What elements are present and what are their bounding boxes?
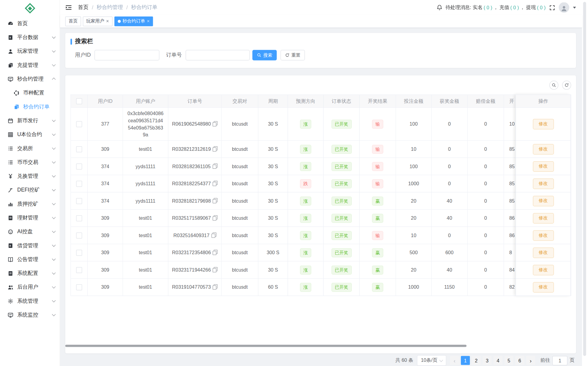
sidebar-item-exchange[interactable]: 交易所 <box>0 141 60 155</box>
tab-player-users[interactable]: 玩家用户× <box>83 16 112 26</box>
cell-direction: 涨 <box>288 108 324 141</box>
vertical-scrollbar[interactable] <box>583 2 586 356</box>
cell-user-id: 309 <box>88 244 123 262</box>
sidebar-item-wealth-mgmt[interactable]: 理财管理 <box>0 211 60 225</box>
sidebar-item-player-mgmt[interactable]: 玩家管理 <box>0 44 60 58</box>
edit-button[interactable]: 修改 <box>533 161 554 171</box>
sidebar-item-sys-config[interactable]: 系统配置 <box>0 266 60 280</box>
sidebar-item-sys-monitor[interactable]: 系统监控 <box>0 308 60 322</box>
sidebar-item-u-contract[interactable]: U本位合约 <box>0 127 60 141</box>
row-checkbox[interactable] <box>76 198 82 204</box>
direction-tag: 涨 <box>300 196 311 205</box>
tab-home[interactable]: 首页 <box>65 16 81 26</box>
sidebar-item-recharge-mgmt[interactable]: 充提管理 <box>0 58 60 72</box>
page-button-3[interactable]: 3 <box>483 356 491 365</box>
copy-icon[interactable] <box>211 233 216 238</box>
breadcrumb: 首页 / 秒合约管理 / 秒合约订单 <box>78 4 157 11</box>
bell-icon[interactable] <box>436 4 442 10</box>
row-checkbox[interactable] <box>76 250 82 256</box>
sidebar-item-home[interactable]: 首页 <box>0 16 60 30</box>
copy-icon[interactable] <box>213 267 218 272</box>
sidebar-item-sec-contract-mgmt[interactable]: 秒合约管理 <box>0 72 60 86</box>
action-column-header: 操作 <box>516 94 570 108</box>
refresh-table-button[interactable] <box>562 81 571 90</box>
goto-page-input[interactable] <box>552 356 567 365</box>
copy-icon[interactable] <box>213 198 218 204</box>
edit-button[interactable]: 修改 <box>533 196 554 206</box>
sidebar-item-announcement-mgmt[interactable]: 公告管理 <box>0 252 60 266</box>
sidebar-item-staking-mining[interactable]: 质押挖矿 <box>0 197 60 211</box>
sidebar-item-platform-data[interactable]: 平台数据 <box>0 30 60 44</box>
sidebar-item-new-coin[interactable]: 新币发行 <box>0 114 60 127</box>
close-icon[interactable]: × <box>106 19 109 24</box>
page-size-select[interactable]: 10条/页 <box>417 355 446 366</box>
fullscreen-icon[interactable] <box>549 5 555 10</box>
reset-button[interactable]: 重置 <box>281 50 305 60</box>
copy-icon[interactable] <box>213 284 218 290</box>
sidebar-collapse-icon[interactable] <box>65 4 72 10</box>
chevron-down-icon <box>52 201 55 205</box>
next-page-button[interactable]: › <box>526 356 535 365</box>
result-tag: 输 <box>372 179 383 188</box>
cell-period: 30 S <box>258 108 288 141</box>
row-checkbox[interactable] <box>76 163 82 169</box>
page-button-6[interactable]: 6 <box>515 356 524 365</box>
cell-account: test01 <box>123 227 168 244</box>
sidebar-item-defi-mining[interactable]: DEFI挖矿 <box>0 183 60 197</box>
sidebar-item-sec-contract-orders[interactable]: 秒合约订单 <box>0 100 60 114</box>
header-checkbox[interactable] <box>76 98 82 104</box>
sidebar-item-coin-config[interactable]: 币种配置 <box>0 86 60 100</box>
order-no-input[interactable] <box>186 50 250 60</box>
sidebar-item-label: 充提管理 <box>17 62 50 69</box>
page-button-1[interactable]: 1 <box>461 356 470 365</box>
user-icon <box>560 4 568 12</box>
direction-tag: 涨 <box>300 162 311 171</box>
sidebar-item-sys-mgmt[interactable]: 系统管理 <box>0 294 60 308</box>
row-checkbox[interactable] <box>76 267 82 273</box>
copy-icon[interactable] <box>213 215 218 221</box>
sidebar-item-coin-trade[interactable]: 币币交易 <box>0 155 60 169</box>
user-menu-caret-icon[interactable] <box>573 7 576 8</box>
sidebar-item-back-users[interactable]: 后台用户 <box>0 280 60 294</box>
sidebar-item-lending-mgmt[interactable]: 借贷管理 <box>0 239 60 252</box>
prev-page-button[interactable]: ‹ <box>450 356 459 365</box>
edit-button[interactable]: 修改 <box>533 119 554 129</box>
copy-icon[interactable] <box>213 250 218 255</box>
horizontal-scrollbar[interactable] <box>65 345 467 347</box>
page-button-2[interactable]: 2 <box>472 356 481 365</box>
row-checkbox[interactable] <box>76 233 82 239</box>
edit-button[interactable]: 修改 <box>533 265 554 275</box>
row-checkbox[interactable] <box>76 181 82 187</box>
chevron-down-icon <box>52 312 55 316</box>
tab-sec-contract-orders[interactable]: 秒合约订单× <box>114 16 153 26</box>
sidebar-item-ai-control[interactable]: AI控盘 <box>0 225 60 239</box>
row-checkbox[interactable] <box>76 215 82 221</box>
row-checkbox[interactable] <box>76 146 82 152</box>
avatar[interactable] <box>559 2 569 13</box>
edit-button[interactable]: 修改 <box>533 144 554 154</box>
column-header-status: 订单状态 <box>324 95 360 108</box>
sidebar-item-label: 系统监控 <box>17 311 50 318</box>
breadcrumb-home[interactable]: 首页 <box>78 4 88 11</box>
toggle-search-button[interactable] <box>549 81 558 90</box>
edit-button[interactable]: 修改 <box>533 178 554 189</box>
copy-icon[interactable] <box>213 121 218 126</box>
edit-button[interactable]: 修改 <box>533 213 554 223</box>
edit-button[interactable]: 修改 <box>533 230 554 241</box>
cell-status: 已开奖 <box>324 175 360 192</box>
row-checkbox[interactable] <box>76 284 82 290</box>
sidebar-item-swap-mgmt[interactable]: 兑换管理 <box>0 169 60 183</box>
page-button-4[interactable]: 4 <box>494 356 503 365</box>
edit-button[interactable]: 修改 <box>533 282 554 292</box>
copy-icon[interactable] <box>213 146 218 152</box>
order-no-text: R0319104770573 <box>172 284 211 290</box>
copy-icon[interactable] <box>213 181 218 186</box>
row-checkbox[interactable] <box>76 121 82 127</box>
edit-button[interactable]: 修改 <box>533 247 554 258</box>
search-button[interactable]: 搜索 <box>252 50 277 60</box>
close-icon[interactable]: × <box>147 19 150 24</box>
user-id-input[interactable] <box>94 50 159 60</box>
copy-icon[interactable] <box>212 164 217 169</box>
page-button-5[interactable]: 5 <box>504 356 513 365</box>
cell-select <box>71 141 88 158</box>
